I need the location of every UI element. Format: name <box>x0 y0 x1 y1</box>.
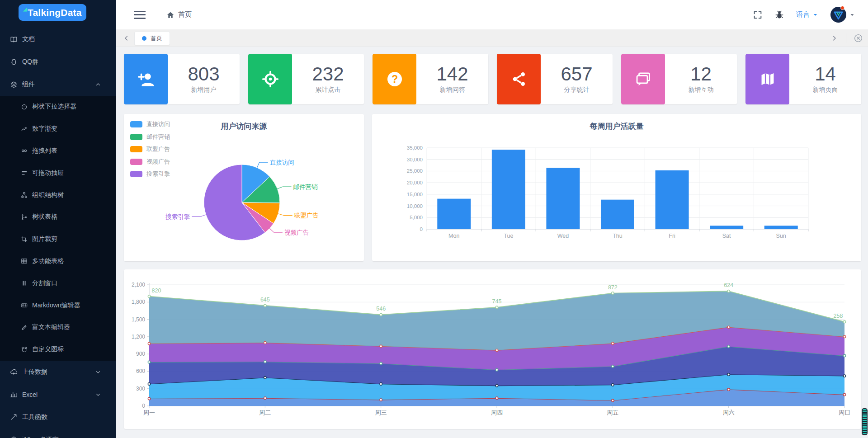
stat-label: 新增互动 <box>689 86 714 94</box>
user-menu[interactable] <box>830 7 855 23</box>
legend-swatch <box>130 146 142 152</box>
page-scrollbar-thumb[interactable] <box>862 408 868 435</box>
submenu-item-7[interactable]: 多功能表格 <box>0 250 116 273</box>
stat-card-body: 803新增用户 <box>168 54 240 104</box>
sidebar-item-4[interactable]: Excel <box>0 383 116 406</box>
chevron-down-icon <box>95 391 101 398</box>
submenu-item-6[interactable]: 图片裁剪 <box>0 228 116 250</box>
legend-item-2[interactable]: 联盟广告 <box>130 145 170 153</box>
stat-label: 新增问答 <box>440 86 465 94</box>
sidebar-item-1[interactable]: QQ群 <box>0 51 116 73</box>
hamburger-menu-button[interactable] <box>134 11 146 19</box>
legend-item-0[interactable]: 直接访问 <box>130 120 170 128</box>
share-icon <box>497 54 541 104</box>
tab-0[interactable]: 首页 <box>134 32 170 45</box>
submenu-item-0[interactable]: 树状下拉选择器 <box>0 96 116 118</box>
caret-down-icon <box>849 12 855 18</box>
bar-Tue <box>492 150 525 229</box>
svg-text:周一: 周一 <box>143 409 155 416</box>
bar-Mon <box>437 199 471 229</box>
submenu-item-5[interactable]: 树状表格 <box>0 206 116 228</box>
sidebar-item-2[interactable]: 组件 <box>0 73 116 96</box>
pie-slice-label: 直接访问 <box>270 159 294 166</box>
drawer-icon <box>21 170 28 176</box>
pie-slice-label: 视频广告 <box>284 229 309 236</box>
svg-text:1,500: 1,500 <box>132 316 145 323</box>
submenu-item-3[interactable]: 可拖动抽屉 <box>0 162 116 184</box>
submenu-item-label: 树状下拉选择器 <box>32 103 76 111</box>
legend-swatch <box>130 159 142 165</box>
area-point-label: 820 <box>152 287 161 294</box>
area-point-label: 745 <box>492 298 502 305</box>
person-add-icon <box>124 54 168 104</box>
stat-value: 803 <box>188 65 219 84</box>
map-icon <box>745 54 789 104</box>
svg-text:?: ? <box>391 73 397 85</box>
svg-text:600: 600 <box>136 368 145 374</box>
sidebar-item-6[interactable]: i18n - 多语言 <box>0 429 116 438</box>
pie-slice-label: 联盟广告 <box>294 212 319 219</box>
stat-cards-row: 803新增用户232累计点击?142新增问答657分享统计12新增互动14新增页… <box>124 54 861 104</box>
submenu-item-11[interactable]: 自定义图标 <box>0 339 116 361</box>
sidebar-item-label: i18n - 多语言 <box>22 436 59 438</box>
breadcrumb-label: 首页 <box>178 10 192 19</box>
tab-bar-right <box>829 33 863 44</box>
legend-item-1[interactable]: 邮件营销 <box>130 133 170 141</box>
stat-value: 232 <box>312 65 344 84</box>
svg-text:2,100: 2,100 <box>132 282 145 288</box>
submenu-item-4[interactable]: 组织结构树 <box>0 184 116 206</box>
sidebar-item-3[interactable]: 上传数据 <box>0 361 116 383</box>
breadcrumb[interactable]: 首页 <box>166 10 192 19</box>
fullscreen-icon[interactable] <box>753 10 763 20</box>
stat-card-5: 14新增页面 <box>745 54 861 104</box>
svg-text:1,800: 1,800 <box>132 299 145 305</box>
legend-item-3[interactable]: 视频广告 <box>130 158 170 166</box>
submenu-item-10[interactable]: 富文本编辑器 <box>0 316 116 339</box>
sidebar-item-0[interactable]: 文档 <box>0 28 116 51</box>
avatar <box>830 7 846 23</box>
sidebar-item-5[interactable]: 工具函数 <box>0 406 116 429</box>
tab-active-dot <box>142 36 146 41</box>
svg-text:Fri: Fri <box>669 233 675 239</box>
close-all-tabs-icon[interactable] <box>853 33 863 44</box>
tabs-scroll-right-button[interactable] <box>829 33 840 44</box>
submenu-item-9[interactable]: Markdown编辑器 <box>0 294 116 316</box>
area-point-label: 258 <box>834 313 843 319</box>
sidebar-item-label: 上传数据 <box>22 368 47 376</box>
home-icon <box>166 11 175 19</box>
svg-text:900: 900 <box>136 351 145 357</box>
area-point-label: 624 <box>724 282 733 288</box>
bar-chart-title: 每周用户活跃量 <box>372 121 861 132</box>
svg-text:1,200: 1,200 <box>132 334 145 340</box>
content-area: 803新增用户232累计点击?142新增问答657分享统计12新增互动14新增页… <box>116 47 868 438</box>
legend-label: 邮件营销 <box>146 133 170 141</box>
svg-text:Tue: Tue <box>504 233 513 239</box>
charts-row: 用户访问来源 直接访问邮件营销联盟广告视频广告搜索引擎 直接访问邮件营销联盟广告… <box>124 114 861 261</box>
stat-card-1: 232累计点击 <box>248 54 364 104</box>
stat-value: 142 <box>436 65 468 84</box>
submenu-item-1[interactable]: 数字渐变 <box>0 118 116 140</box>
svg-text:35,000: 35,000 <box>407 145 423 151</box>
svg-text:10,000: 10,000 <box>407 203 423 209</box>
pie-slice-label: 邮件营销 <box>293 184 318 190</box>
submenu-item-2[interactable]: 拖拽列表 <box>0 140 116 162</box>
bug-icon[interactable] <box>774 10 784 20</box>
bar-chart-card: 每周用户活跃量 05,00010,00015,00020,00025,00030… <box>372 114 861 261</box>
tabs-scroll-left-button[interactable] <box>121 33 132 44</box>
submenu-item-8[interactable]: 分割窗口 <box>0 272 116 294</box>
svg-text:5,000: 5,000 <box>410 215 423 220</box>
legend-item-4[interactable]: 搜索引擎 <box>130 170 170 178</box>
stat-label: 新增用户 <box>191 86 217 94</box>
cloud-upload-icon <box>10 368 18 376</box>
sidebar-item-label: 文档 <box>22 35 35 43</box>
svg-text:Mon: Mon <box>448 233 459 239</box>
svg-text:0: 0 <box>420 226 423 232</box>
sidebar-item-label: Excel <box>22 391 38 398</box>
legend-swatch <box>130 171 142 177</box>
svg-text:300: 300 <box>136 386 145 392</box>
svg-text:20,000: 20,000 <box>407 180 423 185</box>
header-actions: 语言 <box>753 7 855 23</box>
legend-label: 搜索引擎 <box>146 170 170 178</box>
language-selector[interactable]: 语言 <box>796 10 819 19</box>
submenu-item-label: 拖拽列表 <box>32 147 57 155</box>
